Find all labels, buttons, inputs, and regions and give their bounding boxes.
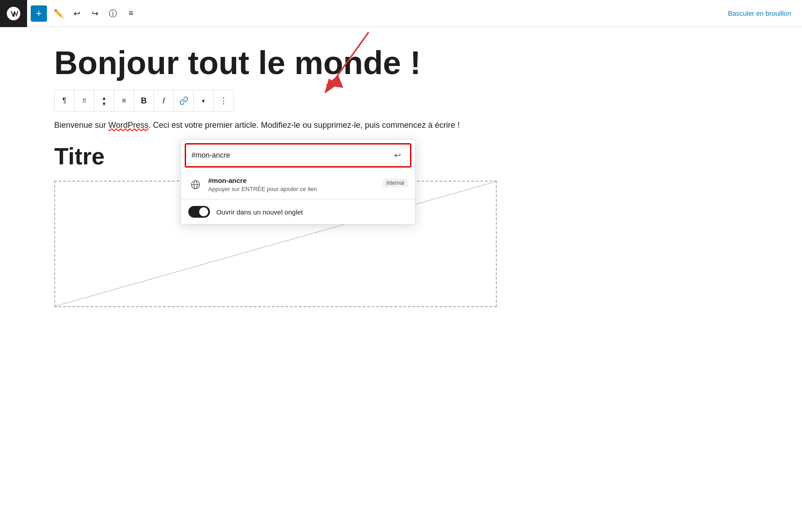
link-input-container: ↩ (185, 143, 411, 168)
basculer-en-brouillon-button[interactable]: Basculer en brouillon (728, 9, 791, 17)
page-title: Bonjour tout le monde ! (54, 45, 748, 81)
link-suggestion-description: Appuyer sur ENTRÉE pour ajouter ce lien (208, 185, 378, 193)
link-icon[interactable] (174, 90, 194, 111)
plus-icon: + (36, 9, 42, 19)
redo-icon[interactable]: ↪ (87, 5, 103, 22)
link-popup: ↩ #mon-ancre Appuyer sur ENTRÉE pour ajo… (181, 139, 415, 224)
undo-icon[interactable]: ↩ (69, 5, 85, 22)
open-new-tab-toggle[interactable] (188, 206, 210, 218)
link-submit-button[interactable]: ↩ (390, 148, 405, 163)
move-up-down-icon[interactable]: ▲▼ (94, 90, 114, 111)
paragraph-text-before: Bienvenue sur (54, 121, 108, 130)
open-new-tab-label: Ouvrir dans un nouvel onglet (216, 208, 303, 216)
list-view-icon[interactable]: ≡ (123, 5, 139, 22)
add-block-button[interactable]: + (31, 5, 47, 22)
drag-handle-icon[interactable]: ⠿ (75, 90, 94, 111)
top-toolbar-icons: ✏️ ↩ ↪ ⓘ ≡ (51, 5, 139, 22)
link-svg-icon (179, 96, 188, 105)
chevron-down-icon[interactable]: ▾ (194, 90, 214, 111)
more-options-icon[interactable]: ⋮ (214, 90, 233, 111)
block-toolbar: ¶ ⠿ ▲▼ ≡ B I ▾ ⋮ (54, 90, 234, 112)
link-suggestion-title: #mon-ancre (208, 177, 378, 184)
paragraph-text-after: . Ceci est votre premier article. Modifi… (149, 121, 460, 130)
wp-logo[interactable] (0, 0, 27, 27)
globe-icon (188, 177, 203, 192)
link-toggle-row: Ouvrir dans un nouvel onglet (181, 200, 415, 224)
edit-icon[interactable]: ✏️ (51, 5, 67, 22)
wordpress-link[interactable]: WordPress (108, 121, 149, 130)
align-icon[interactable]: ≡ (114, 90, 134, 111)
paragraph-block-icon[interactable]: ¶ (55, 90, 75, 111)
italic-icon[interactable]: I (154, 90, 174, 111)
info-icon[interactable]: ⓘ (105, 5, 121, 22)
link-suggestion-item[interactable]: #mon-ancre Appuyer sur ENTRÉE pour ajout… (181, 171, 415, 199)
link-url-input[interactable] (191, 151, 390, 159)
top-toolbar: + ✏️ ↩ ↪ ⓘ ≡ Basculer en brouillon (0, 0, 802, 27)
link-suggestion-badge: internal (383, 178, 408, 187)
wp-logo-icon (5, 5, 22, 22)
draft-button-container: Basculer en brouillon (728, 9, 791, 18)
paragraph-block: Bienvenue sur WordPress. Ceci est votre … (54, 119, 461, 132)
link-suggestion-content: #mon-ancre Appuyer sur ENTRÉE pour ajout… (208, 177, 378, 193)
main-content-area: Bonjour tout le monde ! ¶ ⠿ ▲▼ ≡ B I ▾ ⋮… (0, 27, 802, 325)
bold-icon[interactable]: B (134, 90, 154, 111)
